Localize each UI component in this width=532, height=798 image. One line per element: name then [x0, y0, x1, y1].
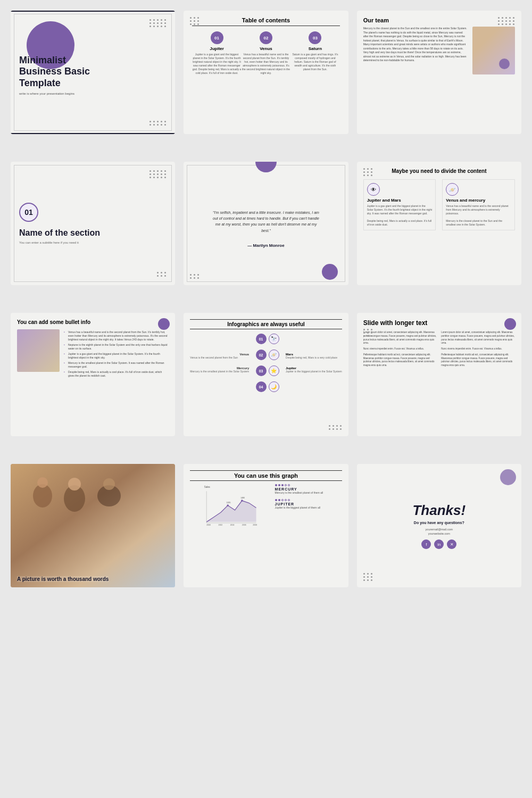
dots-tl-9 — [363, 329, 373, 337]
legend-dots-mercury — [275, 484, 342, 486]
slide-2: Table of contents 01 Jupiter Jupiter is … — [184, 11, 348, 134]
graph-layout: Sales 2000 2002 2004 2006 2008 — [190, 484, 342, 527]
slide-1-subtitle: write is where your presentation begins — [19, 92, 74, 95]
slide-8: Infographics are always useful Venus Ven… — [184, 313, 348, 436]
legend-dot-5 — [288, 484, 290, 486]
svg-text:1285: 1285 — [227, 502, 231, 504]
legend-dot-4 — [285, 484, 287, 486]
dots-tl-2 — [190, 17, 200, 25]
legend-title-mercury: MERCURY — [275, 487, 342, 491]
bullet-item: Mercury is the smallest planet in the So… — [64, 360, 169, 369]
slide-10: A picture is worth a thousand words — [11, 464, 175, 587]
circle-bottom-5 — [322, 264, 338, 280]
divide-col-2: 🪐 Venus and mercury Venus has a beautifu… — [442, 179, 515, 230]
dots-tr-3 — [498, 17, 515, 25]
graph-legend: MERCURY Mercury is the smallest planet o… — [275, 484, 342, 527]
legend-mercury: MERCURY Mercury is the smallest planet o… — [275, 484, 342, 495]
row-gap-1 — [11, 143, 521, 153]
legend-dot-1 — [275, 484, 277, 486]
photo-caption: A picture is worth a thousand words — [17, 576, 109, 582]
longer-col-2: Lorem ipsum dolor sit amet, consectetuer… — [441, 331, 515, 368]
step-3: 03 ⭐ — [256, 365, 279, 376]
team-text: Mercury is the closest planet to the Sun… — [363, 27, 468, 74]
legend-dot-3 — [281, 484, 284, 486]
slide-3: Our team Mercury is the closest planet t… — [357, 11, 521, 134]
top-line — [11, 11, 175, 12]
slide-9: Slide with longer text Lorem ipsum dolor… — [357, 313, 521, 436]
section-subtitle: You can enter a subtitle here if you nee… — [19, 241, 167, 244]
legend-dot-j3 — [281, 499, 284, 501]
slides-grid: Minimalist Business Basic Template write… — [11, 11, 521, 587]
slide-5: "I'm selfish, impatient and a little ins… — [184, 162, 348, 285]
infog-layout: Venus Venus is the second planet from th… — [190, 334, 342, 392]
bullet-item: Despite being red, Mars is actually a co… — [64, 369, 169, 378]
legend-text-mercury: Mercury is the smallest planet of them a… — [275, 491, 342, 495]
social-btn-twitter[interactable]: ✕ — [447, 539, 456, 549]
dots-br-8 — [329, 425, 342, 430]
legend-dot-j2 — [278, 499, 280, 501]
svg-point-18 — [227, 504, 229, 506]
bullet-item: Jupiter is a gas giant and the biggest p… — [64, 351, 169, 360]
toc-text-3: Saturn is a gas giant and has rings. It'… — [290, 53, 339, 71]
bullet-list: Venus has a beautiful name and is the se… — [64, 329, 169, 378]
infog-center: 01 🔭 02 🪐 03 ⭐ 04 🌙 — [256, 334, 279, 392]
thanks-email: youremail@mail.com — [426, 528, 453, 531]
row-gap-2 — [11, 294, 521, 304]
legend-jupiter: JUPITER Jupiter is the biggest planet of… — [275, 499, 342, 510]
slide-12: Thanks! Do you have any questions? youre… — [357, 464, 521, 587]
graph-area: Sales 2000 2002 2004 2006 2008 — [190, 484, 270, 527]
thanks-website: yourwebsite.com — [428, 532, 450, 535]
legend-title-jupiter: JUPITER — [275, 502, 342, 506]
infog-planet-1: Venus Venus is the second planet from th… — [190, 353, 249, 359]
dots-br-4 — [157, 272, 167, 277]
svg-text:2000: 2000 — [207, 524, 211, 526]
legend-text-jupiter: Jupiter is the biggest planet of them al… — [275, 506, 342, 510]
slide-1: Minimalist Business Basic Template write… — [11, 11, 175, 134]
longer-col-1: Lorem ipsum dolor sit amet, consectetuer… — [363, 331, 437, 368]
photo-background: A picture is worth a thousand words — [11, 464, 175, 587]
longer-cols: Lorem ipsum dolor sit amet, consectetuer… — [363, 331, 515, 368]
col-text-2: Venus has a beautiful name and is the se… — [446, 204, 511, 227]
svg-marker-8 — [207, 501, 256, 522]
team-layout: Mercury is the closest planet to the Sun… — [363, 27, 515, 74]
infog-title: Infographics are always useful — [190, 319, 342, 329]
legend-dot-j4 — [285, 499, 287, 501]
social-btn-facebook[interactable]: f — [421, 539, 431, 549]
legend-dot-2 — [278, 484, 280, 486]
infog-right-2: Jupiter Jupiter is the biggest planet in… — [286, 367, 342, 373]
dots-bl-12 — [363, 573, 373, 581]
slide-7: You can add some bullet info Venus has a… — [11, 313, 175, 436]
step-2: 02 🪐 — [256, 350, 279, 360]
social-btn-linkedin[interactable]: in — [434, 539, 444, 549]
toc-name-2: Venus — [242, 46, 290, 51]
divide-col-1: 👁 Jupiter and Mars Jupiter is a gas gian… — [363, 179, 436, 230]
infog-left: Venus Venus is the second planet from th… — [190, 353, 249, 373]
svg-text:1486: 1486 — [241, 497, 245, 499]
col-text-1: Jupiter is a gas giant and the biggest p… — [367, 204, 433, 227]
dots-bl-5 — [190, 274, 200, 279]
team-title: Our team — [363, 17, 515, 23]
longer-title: Slide with longer text — [363, 319, 515, 327]
quote-author: — Marilyn Monroe — [247, 243, 284, 248]
toc-num-3: 03 — [309, 31, 321, 44]
section-number: 01 — [19, 203, 38, 222]
col-title-1: Jupiter and Mars — [367, 198, 433, 203]
col-icon-2: 🪐 — [446, 183, 459, 196]
circle-tr-9 — [504, 318, 516, 330]
thanks-title: Thanks! — [412, 502, 466, 519]
toc-item-2: 02 Venus Venus has a beautiful name and … — [242, 31, 290, 75]
toc-text-2: Venus has a beautiful name and is the se… — [242, 53, 290, 75]
legend-dot-j1 — [275, 499, 277, 501]
toc-text-1: Jupiter is a gas giant and the biggest p… — [192, 53, 241, 75]
divide-cols: 👁 Jupiter and Mars Jupiter is a gas gian… — [363, 179, 515, 230]
dots-tl-6 — [363, 168, 373, 176]
legend-dots-jupiter — [275, 499, 342, 501]
row-gap-3 — [11, 445, 521, 455]
slide-1-title: Minimalist Business Basic Template — [19, 55, 90, 89]
bottom-line — [11, 133, 175, 134]
svg-point-4 — [68, 478, 81, 491]
svg-text:Sales: Sales — [204, 486, 211, 488]
circle-tr-7 — [158, 318, 170, 330]
infog-right: Mars Despite being red, Mars is a very c… — [286, 353, 342, 373]
toc-num-1: 01 — [211, 31, 223, 44]
